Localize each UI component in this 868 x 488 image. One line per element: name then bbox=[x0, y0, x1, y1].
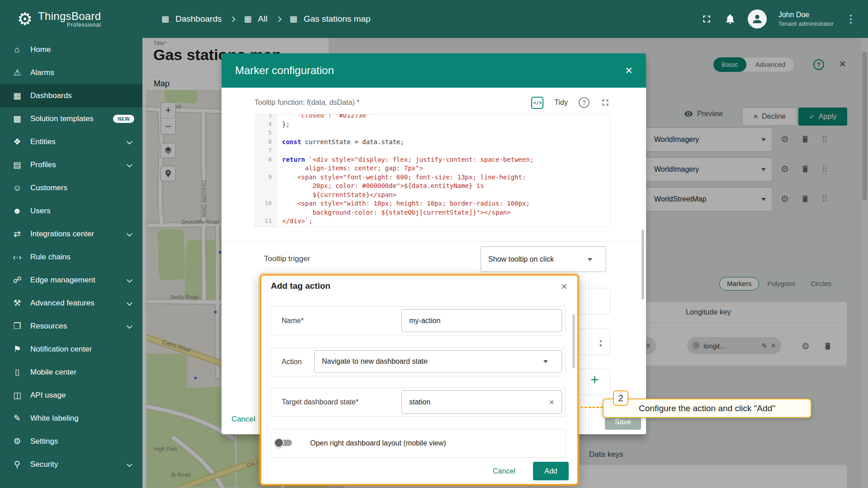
sidebar-item-integrations-center[interactable]: ⇄Integrations center bbox=[0, 222, 142, 245]
notifications-bell-icon[interactable] bbox=[724, 13, 736, 25]
annotation-connector bbox=[580, 407, 603, 408]
sidebar-item-advanced-features[interactable]: ⚒Advanced features bbox=[0, 291, 142, 314]
sidebar-item-customers[interactable]: ☺Customers bbox=[0, 176, 142, 199]
number-stepper[interactable]: ▴ ▾ bbox=[599, 338, 602, 348]
line-number bbox=[255, 191, 276, 200]
thingsboard-logo-icon: ⚙ bbox=[17, 10, 33, 28]
sidebar-item-label: Profiles bbox=[30, 160, 56, 169]
rule-chains-icon: ‹·› bbox=[11, 252, 23, 262]
name-input[interactable]: my-action bbox=[401, 309, 562, 332]
tooltip-trigger-select[interactable]: Show tooltip on click bbox=[481, 246, 606, 272]
help-icon[interactable]: ? bbox=[579, 97, 590, 108]
breadcrumb-all[interactable]: All bbox=[258, 14, 267, 24]
dashboards-icon: ▦ bbox=[161, 14, 169, 24]
sidebar-item-api-usage[interactable]: ◫API usage bbox=[0, 384, 142, 407]
sidebar-item-label: Settings bbox=[30, 437, 58, 446]
sidebar-item-home[interactable]: ⌂Home bbox=[0, 38, 142, 61]
sidebar-item-resources[interactable]: ❐Resources bbox=[0, 314, 142, 338]
editor-toolbar: Tooltip function: f(data, dsData) * </> … bbox=[255, 94, 610, 112]
line-number: 3 bbox=[255, 114, 276, 121]
avatar[interactable] bbox=[748, 9, 767, 28]
line-number: 7 bbox=[255, 147, 276, 156]
close-icon[interactable]: × bbox=[625, 63, 632, 78]
user-name: John Doe bbox=[778, 11, 834, 19]
sidebar-item-solution-templates[interactable]: ▩Solution templatesNEW bbox=[0, 107, 142, 130]
line-number: 4 bbox=[255, 121, 276, 130]
dialog-scrollbar-thumb[interactable] bbox=[642, 230, 644, 300]
sidebar-item-label: Resources bbox=[30, 322, 67, 331]
code-line: 'closed': '#D12730' bbox=[282, 114, 610, 121]
stepper-down-icon[interactable]: ▾ bbox=[599, 343, 602, 348]
target-state-input[interactable]: station × bbox=[401, 390, 562, 414]
code-line: </div>`; bbox=[282, 217, 610, 226]
sidebar-item-label: Customers bbox=[30, 183, 67, 192]
line-number: 9 bbox=[255, 174, 276, 183]
sidebar-item-alarms[interactable]: ⚠Alarms bbox=[0, 61, 142, 84]
sidebar-item-label: Solution templates bbox=[30, 114, 94, 123]
code-line bbox=[282, 147, 610, 156]
cancel-button[interactable]: Cancel bbox=[231, 415, 255, 424]
line-number: 5 bbox=[255, 129, 276, 138]
expand-editor-icon[interactable] bbox=[600, 98, 610, 108]
sidebar-item-label: Rule chains bbox=[30, 253, 71, 262]
tidy-button[interactable]: Tidy bbox=[554, 99, 568, 107]
fullscreen-icon[interactable] bbox=[701, 13, 712, 25]
entities-icon: ❖ bbox=[11, 136, 23, 147]
code-line: <span style="width: 10px; height: 10px; … bbox=[282, 200, 610, 209]
action-value: Navigate to new dashboard state bbox=[322, 357, 428, 366]
add-row-button[interactable]: + bbox=[590, 371, 599, 388]
chevron-down-icon bbox=[127, 300, 132, 306]
sidebar-item-dashboards[interactable]: ▦Dashboards bbox=[0, 84, 142, 107]
chevron-down-icon bbox=[588, 258, 592, 263]
sidebar-item-security[interactable]: ⚲Security bbox=[0, 453, 142, 476]
sidebar-item-white-labeling[interactable]: ✎White labeling bbox=[0, 407, 142, 430]
code-line: background-color: ${stateObj[currentStat… bbox=[282, 209, 610, 218]
code-content[interactable]: 'closed': '#D12730'};const currentState … bbox=[277, 114, 610, 226]
mobile-layout-toggle[interactable] bbox=[275, 438, 293, 448]
settings-icon: ⚙ bbox=[11, 436, 23, 446]
dashboards-icon: ▦ bbox=[11, 90, 23, 101]
line-number bbox=[255, 209, 276, 218]
clear-icon[interactable]: × bbox=[549, 397, 554, 408]
sidebar-item-entities[interactable]: ❖Entities bbox=[0, 130, 142, 153]
tooltip-function-label: Tooltip function: f(data, dsData) * bbox=[255, 99, 359, 107]
sidebar-item-label: Integrations center bbox=[30, 230, 94, 239]
sidebar-item-rule-chains[interactable]: ‹·›Rule chains bbox=[0, 245, 142, 268]
action-select[interactable]: Navigate to new dashboard state bbox=[314, 350, 562, 373]
kebab-menu-icon[interactable]: ⋮ bbox=[845, 14, 856, 24]
code-line bbox=[282, 129, 610, 138]
code-editor[interactable]: 34567891011 'closed': '#D12730'};const c… bbox=[255, 114, 610, 227]
sidebar-item-profiles[interactable]: ▤Profiles bbox=[0, 153, 142, 176]
add-button[interactable]: Add bbox=[533, 462, 569, 480]
dialog-scrollbar-thumb[interactable] bbox=[572, 314, 575, 368]
sidebar-item-settings[interactable]: ⚙Settings bbox=[0, 430, 142, 453]
cancel-button[interactable]: Cancel bbox=[493, 467, 515, 475]
sidebar-item-label: Dashboards bbox=[30, 91, 72, 100]
sidebar-item-label: White labeling bbox=[30, 414, 79, 423]
alarms-icon: ⚠ bbox=[11, 67, 23, 78]
code-line: }; bbox=[282, 121, 610, 130]
code-line: <span style="font-weight: 600; font-size… bbox=[282, 174, 610, 183]
code-block-icon[interactable]: </> bbox=[531, 97, 543, 109]
chevron-down-icon bbox=[127, 139, 132, 145]
logo: ⚙ ThingsBoard Professional bbox=[0, 10, 142, 28]
chevron-down-icon bbox=[127, 162, 132, 168]
sidebar-item-notification-center[interactable]: ⚑Notification center bbox=[0, 338, 142, 361]
users-icon: ☻ bbox=[11, 206, 23, 216]
name-label: Name* bbox=[282, 317, 304, 325]
breadcrumb-current: Gas stations map bbox=[304, 14, 371, 24]
line-number: 6 bbox=[255, 138, 276, 147]
sidebar-item-mobile-center[interactable]: ▯Mobile center bbox=[0, 361, 142, 384]
sidebar-item-users[interactable]: ☻Users bbox=[0, 199, 142, 222]
mobile-center-icon: ▯ bbox=[11, 367, 23, 377]
sidebar-item-edge-management[interactable]: ☍Edge management bbox=[0, 268, 142, 291]
breadcrumb-dashboards[interactable]: Dashboards bbox=[175, 14, 222, 24]
chevron-right-icon bbox=[276, 16, 282, 22]
product-name: ThingsBoard bbox=[38, 10, 101, 23]
add-tag-action-dialog: Add tag action × Name* my-action Action … bbox=[260, 274, 579, 485]
sidebar-item-label: API usage bbox=[30, 391, 66, 400]
security-icon: ⚲ bbox=[11, 459, 23, 469]
close-icon[interactable]: × bbox=[561, 280, 567, 293]
dialog-header: Marker configuration × bbox=[222, 53, 646, 88]
line-number bbox=[255, 164, 276, 174]
